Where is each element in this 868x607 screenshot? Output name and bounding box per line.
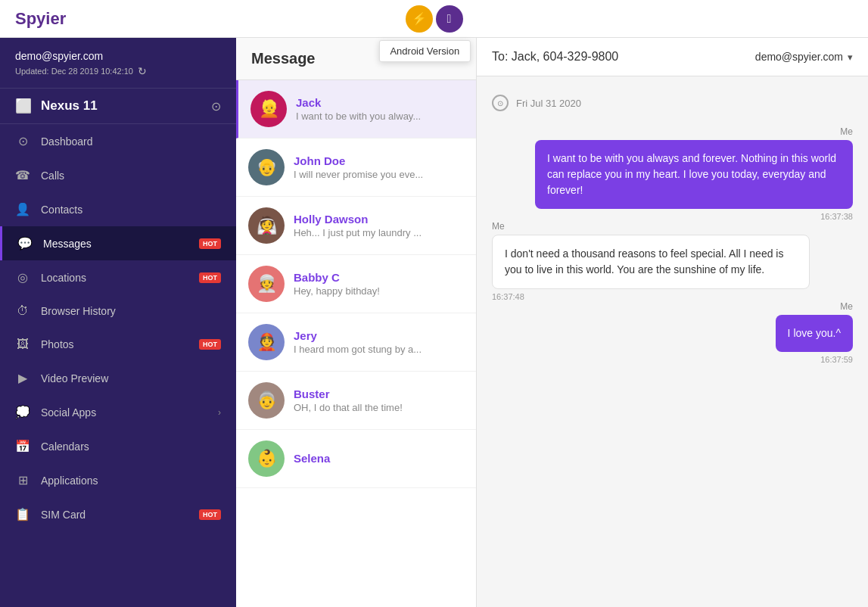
- sim-card-hot-badge: HOT: [199, 509, 221, 520]
- date-circle-icon: ⊙: [492, 95, 509, 111]
- msg-row-msg2: MeI don't need a thousand reasons to fee…: [492, 221, 853, 301]
- messages-hot-badge: HOT: [199, 238, 221, 249]
- conv-name-selena: Selena: [294, 452, 464, 465]
- social-apps-arrow-icon: ›: [218, 407, 221, 418]
- msg-time-msg3: 16:37:59: [820, 355, 853, 364]
- msg-sender-msg2: Me: [492, 221, 505, 232]
- locations-hot-badge: HOT: [199, 272, 221, 283]
- sidebar-updated: Updated: Dec 28 2019 10:42:10 ↻: [15, 65, 221, 77]
- chat-user-right: demo@spyier.com ▾: [755, 51, 853, 63]
- avatar-babby-c: 👳: [248, 266, 285, 302]
- avatar-buster: 👵: [248, 382, 285, 419]
- sidebar-item-dashboard[interactable]: ⊙Dashboard: [0, 124, 236, 158]
- message-panel: Message 👱JackI want to be with you alway…: [236, 38, 868, 607]
- sidebar-item-photos[interactable]: 🖼PhotosHOT: [0, 328, 236, 361]
- sidebar-item-label-social-apps: Social Apps: [41, 406, 207, 419]
- device-name: Nexus 11: [41, 98, 98, 114]
- app-header: Spyier ⚡  Android Version: [0, 0, 868, 38]
- sidebar-item-label-contacts: Contacts: [41, 204, 221, 216]
- sidebar-item-calls[interactable]: ☎Calls: [0, 158, 236, 192]
- refresh-icon[interactable]: ↻: [138, 65, 147, 77]
- sidebar-item-label-sim-card: SIM Card: [41, 509, 184, 521]
- sidebar-item-browser-history[interactable]: ⏱Browser History: [0, 294, 236, 328]
- conv-item-jery[interactable]: 👲JeryI heard mom got stung by a...: [236, 313, 476, 372]
- content-area: Message 👱JackI want to be with you alway…: [236, 38, 868, 607]
- chat-messages: ⊙ Fri Jul 31 2020 MeI want to be with yo…: [477, 76, 868, 607]
- photos-hot-badge: HOT: [199, 339, 221, 350]
- social-apps-icon: 💭: [15, 405, 30, 419]
- sidebar-item-applications[interactable]: ⊞Applications: [0, 463, 236, 497]
- messages-icon: 💬: [17, 236, 33, 251]
- date-separator: ⊙ Fri Jul 31 2020: [492, 95, 853, 111]
- contacts-icon: 👤: [15, 202, 30, 216]
- apple-icon[interactable]: : [436, 5, 463, 33]
- sidebar-item-label-dashboard: Dashboard: [41, 135, 221, 148]
- locations-icon: ◎: [15, 270, 30, 285]
- device-icon: ⬜: [15, 98, 32, 114]
- applications-icon: ⊞: [15, 473, 30, 487]
- conv-preview-babby-c: Hey, happy bithday!: [294, 285, 464, 297]
- browser-history-icon: ⏱: [15, 304, 30, 318]
- sidebar-item-label-browser-history: Browser History: [41, 305, 221, 317]
- msg-bubble-msg1: I want to be with you always and forever…: [535, 140, 853, 209]
- msg-sender-msg3: Me: [840, 301, 853, 312]
- conv-name-holly-dawson: Holly Dawson: [294, 213, 464, 226]
- android-icon[interactable]: ⚡: [406, 5, 433, 33]
- conv-item-john-doe[interactable]: 👴John DoeI will never promise you eve...: [236, 139, 476, 197]
- chat-header: To: Jack, 604-329-9800 demo@spyier.com ▾: [477, 38, 868, 76]
- conv-item-selena[interactable]: 👶Selena: [236, 430, 476, 488]
- avatar-jack: 👱: [250, 91, 287, 127]
- avatar-holly-dawson: 👰: [248, 207, 285, 244]
- sidebar-item-label-photos: Photos: [41, 338, 184, 350]
- conv-item-holly-dawson[interactable]: 👰Holly DawsonHeh... I just put my laundr…: [236, 197, 476, 255]
- app-logo: Spyier: [15, 9, 66, 29]
- sidebar-device[interactable]: ⬜ Nexus 11 ⊙: [0, 89, 236, 124]
- sidebar-item-label-applications: Applications: [41, 475, 221, 487]
- calls-icon: ☎: [15, 168, 30, 182]
- sidebar-item-locations[interactable]: ◎LocationsHOT: [0, 260, 236, 294]
- sidebar-user-info: demo@spyier.com Updated: Dec 28 2019 10:…: [0, 38, 236, 89]
- conv-preview-jack: I want to be with you alway...: [296, 111, 464, 122]
- messages-container: MeI want to be with you always and forev…: [492, 126, 853, 364]
- avatar-john-doe: 👴: [248, 149, 285, 185]
- sidebar-email: demo@spyier.com: [15, 50, 221, 62]
- conv-item-buster[interactable]: 👵BusterOH, I do that all the time!: [236, 372, 476, 430]
- chat-to: To: Jack, 604-329-9800: [492, 50, 618, 64]
- sidebar-item-sim-card[interactable]: 📋SIM CardHOT: [0, 497, 236, 531]
- conv-preview-john-doe: I will never promise you eve...: [294, 169, 464, 180]
- sidebar-item-social-apps[interactable]: 💭Social Apps›: [0, 395, 236, 429]
- android-tooltip: Android Version: [378, 40, 471, 62]
- sidebar-item-video-preview[interactable]: ▶Video Preview: [0, 361, 236, 395]
- conversation-list: Message 👱JackI want to be with you alway…: [236, 38, 477, 607]
- avatar-jery: 👲: [248, 324, 285, 360]
- conv-name-jack: Jack: [296, 96, 464, 109]
- msg-time-msg2: 16:37:48: [492, 292, 524, 301]
- sidebar-item-calendars[interactable]: 📅Calendars: [0, 429, 236, 463]
- sidebar-item-label-locations: Locations: [41, 272, 184, 284]
- sidebar-item-label-video-preview: Video Preview: [41, 372, 221, 384]
- sidebar-item-label-messages: Messages: [43, 238, 184, 250]
- sidebar-item-label-calls: Calls: [41, 170, 221, 182]
- msg-row-msg1: MeI want to be with you always and forev…: [492, 126, 853, 221]
- conv-name-babby-c: Babby C: [294, 271, 464, 284]
- sidebar-item-label-calendars: Calendars: [41, 440, 221, 453]
- msg-bubble-msg3: I love you.^: [776, 315, 853, 352]
- sidebar: demo@spyier.com Updated: Dec 28 2019 10:…: [0, 38, 236, 607]
- conv-preview-holly-dawson: Heh... I just put my laundry ...: [294, 227, 464, 238]
- conv-name-buster: Buster: [294, 388, 464, 400]
- conv-name-john-doe: John Doe: [294, 154, 464, 167]
- sidebar-item-contacts[interactable]: 👤Contacts: [0, 192, 236, 226]
- platform-icons: ⚡  Android Version: [406, 5, 463, 33]
- conv-list-title: Message: [251, 50, 316, 67]
- sim-card-icon: 📋: [15, 507, 30, 521]
- conv-items-container: 👱JackI want to be with you alway...👴John…: [236, 80, 476, 488]
- conv-item-babby-c[interactable]: 👳Babby CHey, happy bithday!: [236, 255, 476, 313]
- chat-header-chevron-icon[interactable]: ▾: [848, 51, 853, 63]
- photos-icon: 🖼: [15, 338, 30, 351]
- avatar-selena: 👶: [248, 440, 285, 477]
- conv-item-jack[interactable]: 👱JackI want to be with you alway...: [236, 80, 476, 139]
- sidebar-item-messages[interactable]: 💬MessagesHOT: [0, 226, 236, 260]
- conv-name-jery: Jery: [294, 329, 464, 342]
- device-chevron-icon: ⊙: [211, 99, 221, 114]
- calendars-icon: 📅: [15, 439, 30, 453]
